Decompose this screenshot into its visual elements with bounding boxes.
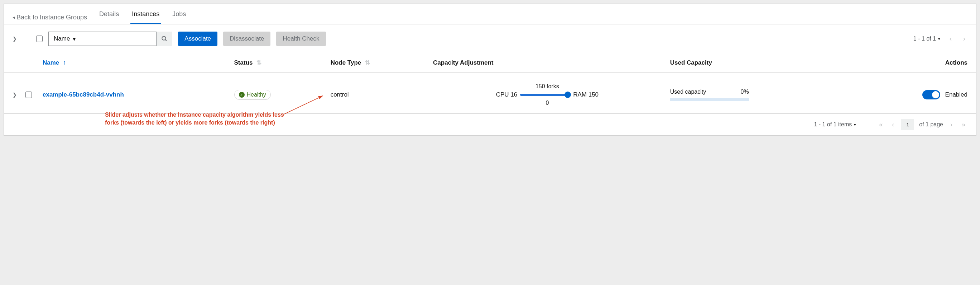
- annotation-text: Slider adjusts whether the Instance capa…: [105, 111, 291, 127]
- bottom-items-label: 1 - 1 of 1 items: [814, 121, 852, 128]
- tab-jobs[interactable]: Jobs: [171, 10, 187, 24]
- sort-asc-icon: ↑: [63, 59, 66, 66]
- expand-all-toggle[interactable]: ❯: [13, 36, 17, 42]
- slider-knob-icon: [565, 91, 571, 98]
- search-icon: [161, 35, 168, 42]
- last-page[interactable]: »: [959, 121, 967, 128]
- sort-icon: ⇅: [256, 59, 261, 66]
- instance-name-link[interactable]: example-65bc89cb4d-vvhnh: [43, 91, 124, 98]
- filter-field-dropdown[interactable]: Name ▾: [48, 32, 81, 46]
- caret-left-icon: ◂: [13, 14, 15, 20]
- associate-button[interactable]: Associate: [178, 32, 218, 46]
- enabled-toggle[interactable]: [922, 90, 940, 99]
- disassociate-button[interactable]: Disassociate: [223, 32, 270, 46]
- col-name[interactable]: Name ↑: [38, 53, 230, 72]
- used-capacity-label: Used capacity: [670, 89, 706, 95]
- tab-instances[interactable]: Instances: [130, 10, 161, 24]
- col-used-capacity: Used Capacity: [666, 53, 852, 72]
- toggle-knob-icon: [932, 91, 939, 98]
- tab-details[interactable]: Details: [98, 10, 120, 24]
- caret-down-icon: ▾: [938, 37, 940, 41]
- capacity-slider[interactable]: [520, 94, 570, 96]
- status-badge: ✓ Healthy: [234, 90, 271, 100]
- status-label: Healthy: [247, 91, 266, 98]
- col-node-type[interactable]: Node Type ⇅: [326, 53, 429, 72]
- filter-input[interactable]: [81, 32, 156, 46]
- select-all-checkbox[interactable]: [36, 35, 43, 42]
- top-range-label: 1 - 1 of 1: [913, 35, 936, 42]
- caret-down-icon: ▾: [854, 122, 856, 127]
- of-page-label: of 1 page: [919, 121, 943, 128]
- used-capacity-pct: 0%: [741, 89, 749, 95]
- expand-row-toggle[interactable]: ❯: [13, 92, 17, 98]
- next-page-top[interactable]: ›: [961, 35, 967, 43]
- svg-line-1: [165, 40, 167, 41]
- prev-page-top[interactable]: ‹: [947, 35, 954, 43]
- table-row: ❯ example-65bc89cb4d-vvhnh ✓ Healthy con…: [4, 72, 976, 114]
- page-number-input[interactable]: [901, 119, 914, 130]
- back-link-label: Back to Instance Groups: [16, 14, 87, 21]
- svg-point-0: [162, 36, 166, 40]
- col-capacity-adjustment: Capacity Adjustment: [429, 53, 666, 72]
- check-circle-icon: ✓: [239, 92, 245, 98]
- filter-field-label: Name: [54, 35, 70, 42]
- next-page[interactable]: ›: [948, 121, 955, 128]
- capacity-forks: 150 forks: [536, 83, 559, 90]
- enabled-label: Enabled: [945, 91, 967, 98]
- row-checkbox[interactable]: [25, 91, 32, 98]
- capacity-ram: RAM 150: [573, 91, 598, 98]
- caret-down-icon: ▾: [73, 35, 76, 43]
- sort-icon: ⇅: [365, 59, 370, 66]
- col-status[interactable]: Status ⇅: [230, 53, 326, 72]
- health-check-button[interactable]: Health Check: [276, 32, 326, 46]
- used-capacity-bar: [670, 98, 749, 101]
- top-items-per-page[interactable]: 1 - 1 of 1 ▾: [913, 35, 940, 42]
- search-button[interactable]: [156, 32, 172, 46]
- first-page[interactable]: «: [877, 121, 885, 128]
- capacity-cpu: CPU 16: [496, 91, 517, 98]
- bottom-items-per-page[interactable]: 1 - 1 of 1 items ▾: [814, 121, 856, 128]
- node-type-value: control: [326, 72, 429, 114]
- back-link[interactable]: ◂ Back to Instance Groups: [13, 14, 87, 21]
- capacity-zero: 0: [546, 100, 549, 106]
- col-actions: Actions: [852, 53, 976, 72]
- prev-page[interactable]: ‹: [890, 121, 896, 128]
